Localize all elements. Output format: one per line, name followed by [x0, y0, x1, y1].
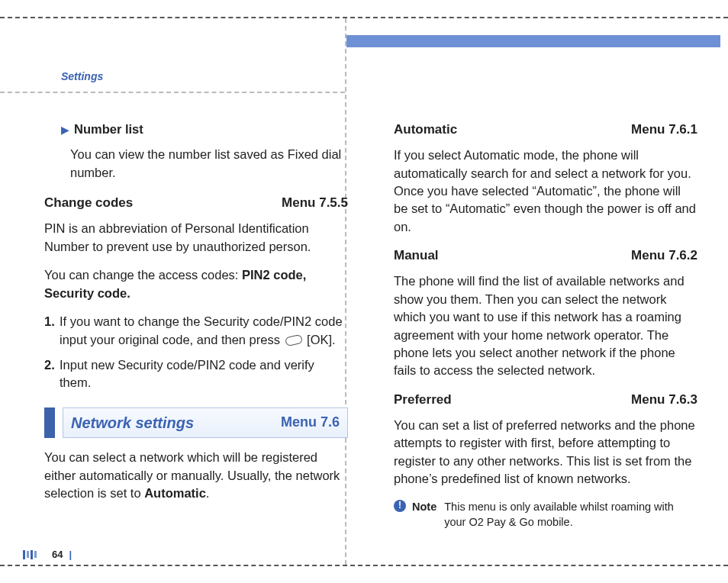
bullet-description: You can view the number list saved as Fi…: [70, 146, 348, 182]
note-row: ! Note This menu is only available whils…: [394, 499, 697, 530]
section-menu: Menu 7.6: [281, 413, 340, 433]
heading-preferred: Preferred Menu 7.6.3: [394, 391, 697, 409]
heading-title: Preferred: [394, 391, 452, 409]
heading-menu: Menu 7.6.1: [631, 121, 697, 139]
step-1-number: 1.: [44, 313, 56, 330]
paragraph-preferred: You can set a list of preferred networks…: [394, 417, 697, 488]
right-column: Automatic Menu 7.6.1 If you select Autom…: [386, 121, 697, 537]
step-2-number: 2.: [44, 356, 56, 374]
content-area: ▶ Number list You can view the number li…: [44, 121, 697, 537]
step-2: 2. Input new Security code/PIN2 code and…: [44, 356, 348, 392]
heading-menu: Menu 7.6.3: [631, 391, 697, 409]
heading-title: Automatic: [394, 121, 457, 139]
note-label: Note: [412, 499, 436, 515]
paragraph-manual: The phone will find the list of availabl…: [394, 272, 697, 380]
heading-automatic: Automatic Menu 7.6.1: [394, 121, 697, 139]
info-icon: !: [394, 500, 406, 512]
note-text: This menu is only available whilst roami…: [444, 499, 697, 530]
step-1-text: If you want to change the Security code/…: [60, 313, 348, 349]
heading-menu: Menu 7.5.5: [282, 194, 348, 212]
section-label: Settings: [61, 70, 103, 82]
heading-manual: Manual Menu 7.6.2: [394, 246, 697, 265]
bottom-dashed-rule: [0, 565, 728, 566]
page-number: 64: [52, 549, 63, 560]
footer-divider: |: [69, 549, 72, 560]
header-blue-bar: [346, 35, 720, 47]
section-title: Network settings: [71, 412, 194, 433]
footer-bars-icon: [23, 550, 38, 559]
step-2-text: Input new Security code/PIN2 code and ve…: [60, 356, 348, 392]
heading-title: Change codes: [44, 194, 133, 212]
bullet-number-list: ▶ Number list: [61, 121, 348, 138]
heading-change-codes: Change codes Menu 7.5.5: [44, 194, 348, 212]
heading-menu: Menu 7.6.2: [631, 246, 697, 265]
paragraph-automatic: If you select Automatic mode, the phone …: [394, 147, 697, 236]
step-1: 1. If you want to change the Security co…: [44, 313, 348, 349]
page-footer: 64 |: [23, 549, 72, 560]
paragraph-network-select: You can select a network which will be r…: [44, 449, 348, 502]
bullet-title: Number list: [74, 121, 143, 138]
left-column: ▶ Number list You can view the number li…: [44, 121, 356, 537]
section-body: Network settings Menu 7.6: [63, 407, 348, 438]
heading-title: Manual: [394, 246, 439, 265]
left-header-dashed-rule: [0, 92, 345, 93]
right-arrow-icon: ▶: [61, 123, 69, 138]
top-dashed-rule: [0, 17, 728, 18]
ok-key-icon: [285, 333, 303, 346]
section-box-network-settings: Network settings Menu 7.6: [44, 407, 348, 438]
paragraph-access-codes: You can change the access codes: PIN2 co…: [44, 266, 348, 302]
section-tab: [44, 407, 55, 438]
paragraph-pin-abbrev: PIN is an abbreviation of Personal Ident…: [44, 220, 348, 256]
